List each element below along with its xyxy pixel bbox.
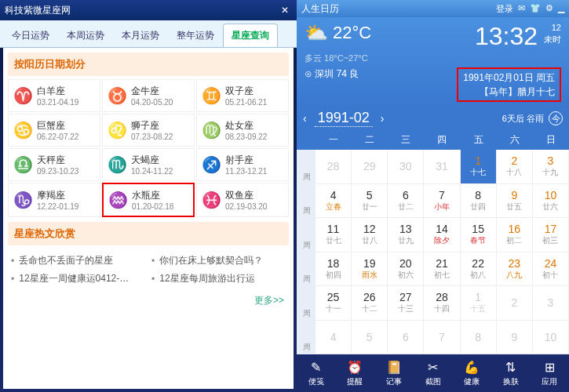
zodiac-item[interactable]: ♓双鱼座02.19-03.20: [196, 183, 289, 217]
calendar-cell[interactable]: 27十三: [388, 286, 424, 321]
calendar-cell[interactable]: 3十九: [533, 150, 569, 184]
zodiac-item[interactable]: ♎天秤座09.23-10.23: [8, 148, 100, 181]
calendar-cell[interactable]: 30: [388, 150, 424, 184]
calendar-cell[interactable]: 4立春: [316, 184, 352, 219]
bbar-便笺[interactable]: ✎便笺: [297, 354, 336, 392]
calendar-cell[interactable]: 8: [461, 321, 497, 355]
tab-0[interactable]: 今日运势: [3, 24, 58, 47]
zodiac-icon: ♉: [106, 85, 128, 107]
calendar-grid: 周282930311十七2十八3十九周4立春5廿一6廿二7小年8廿四9廿五10廿…: [297, 150, 569, 354]
calendar-cell[interactable]: 10: [533, 321, 569, 355]
calendar-cell[interactable]: 28: [316, 150, 352, 184]
calendar-cell[interactable]: 11廿七: [316, 218, 352, 252]
clock-time: 13:32: [475, 22, 538, 51]
zodiac-icon: ♐: [200, 154, 222, 176]
calendar-cell[interactable]: 17初三: [533, 218, 569, 252]
min-icon[interactable]: ▁: [558, 3, 564, 15]
calendar-cell[interactable]: 15春节: [461, 218, 497, 252]
zodiac-icon: ♏: [106, 154, 128, 176]
month-bar: ‹ 1991-02 › 6天后 谷雨 今: [297, 107, 569, 130]
zodiac-item[interactable]: ♍处女座08.23-09.22: [196, 114, 289, 147]
calendar-cell[interactable]: 24初十: [533, 252, 569, 287]
calendar-cell[interactable]: 4: [316, 321, 352, 355]
month-year[interactable]: 1991-02: [315, 110, 373, 127]
titlebar-icons: 登录 ✉ 👕 ⚙ ▁: [496, 3, 564, 15]
calendar-cell[interactable]: 9廿五: [497, 184, 533, 219]
calendar-cell[interactable]: 28十四: [424, 286, 460, 321]
bbar-记事[interactable]: 📔记事: [374, 354, 414, 392]
zodiac-icon: ♓: [200, 189, 222, 211]
calendar-cell[interactable]: 20初六: [388, 252, 424, 287]
tab-4[interactable]: 星座查询: [223, 24, 278, 47]
calendar-cell[interactable]: 26十二: [352, 286, 388, 321]
calendar-cell[interactable]: 7小年: [424, 184, 460, 219]
calendar-cell[interactable]: 12廿八: [352, 218, 388, 252]
calendar-cell[interactable]: 10廿六: [533, 184, 569, 219]
bottom-bar: ✎便笺⏰提醒📔记事✂截图💪健康⇅换肤⊞应用: [297, 354, 569, 392]
location[interactable]: 深圳 74 良: [305, 67, 359, 102]
calendar-cell[interactable]: 16初二: [497, 218, 533, 252]
zodiac-grid: ♈白羊座03.21-04.19♉金牛座04.20-05.20♊双子座05.21-…: [8, 79, 289, 217]
tab-2[interactable]: 本月运势: [113, 24, 168, 47]
zodiac-item[interactable]: ♒水瓶座01.20-02.18: [102, 183, 195, 217]
tab-3[interactable]: 整年运势: [168, 24, 223, 47]
zodiac-item[interactable]: ♏天蝎座10.24-11.22: [102, 148, 195, 181]
more-link[interactable]: 更多>>: [8, 291, 289, 310]
right-titlebar: 人生日历 登录 ✉ 👕 ⚙ ▁: [297, 0, 569, 17]
zodiac-icon: ♎: [12, 154, 34, 176]
next-month-icon[interactable]: ›: [381, 112, 385, 125]
article-link[interactable]: 12星座每周旅游出行运: [148, 270, 289, 288]
calendar-cell[interactable]: 21初七: [424, 252, 460, 287]
gear-icon[interactable]: ⚙: [545, 3, 553, 15]
shirt-icon[interactable]: 👕: [530, 3, 541, 15]
calendar-cell[interactable]: 14除夕: [424, 218, 460, 252]
msg-icon[interactable]: ✉: [518, 3, 525, 15]
calendar-cell[interactable]: 29: [352, 150, 388, 184]
calendar-cell[interactable]: 2: [497, 286, 533, 321]
calendar-cell[interactable]: 18初四: [316, 252, 352, 287]
article-link[interactable]: 丢命也不丢面子的星座: [8, 252, 148, 270]
bbar-提醒[interactable]: ⏰提醒: [336, 354, 375, 392]
bbar-健康[interactable]: 💪健康: [452, 354, 491, 392]
close-icon[interactable]: ✕: [278, 5, 292, 16]
left-body: 按阳历日期划分 ♈白羊座03.21-04.19♉金牛座04.20-05.20♊双…: [3, 48, 294, 389]
calendar-cell[interactable]: 13廿九: [388, 218, 424, 252]
prev-month-icon[interactable]: ‹: [303, 112, 307, 125]
calendar-cell[interactable]: 23八九: [497, 252, 533, 287]
calendar-cell[interactable]: 9: [497, 321, 533, 355]
zodiac-item[interactable]: ♐射手座11.23-12.21: [196, 148, 289, 181]
zodiac-item[interactable]: ♊双子座05.21-06.21: [196, 79, 289, 112]
today-button[interactable]: 今: [549, 111, 563, 125]
calendar-cell[interactable]: 3: [533, 286, 569, 321]
article-link[interactable]: 12星座一周健康运0412-…: [8, 270, 148, 288]
calendar-cell[interactable]: 2十八: [497, 150, 533, 184]
calendar-cell[interactable]: 6: [388, 321, 424, 355]
calendar-cell[interactable]: 5廿一: [352, 184, 388, 219]
zodiac-icon: ♌: [106, 119, 128, 141]
calendar-cell[interactable]: 31: [424, 150, 460, 184]
zodiac-item[interactable]: ♌狮子座07.23-08.22: [102, 114, 195, 147]
date-box: 1991年02月01日 周五 【马年】腊月十七: [457, 67, 561, 102]
calendar-cell[interactable]: 22初八: [461, 252, 497, 287]
bbar-截图[interactable]: ✂截图: [414, 354, 453, 392]
login-link[interactable]: 登录: [496, 3, 513, 15]
weekday-header: 一二三四五六日: [297, 130, 569, 150]
zodiac-panel: 科技紫微星座网 ✕ 今日运势本周运势本月运势整年运势星座查询 按阳历日期划分 ♈…: [0, 0, 297, 392]
zodiac-icon: ♋: [12, 119, 34, 141]
zodiac-item[interactable]: ♈白羊座03.21-04.19: [8, 79, 100, 112]
calendar-cell[interactable]: 1十七: [461, 150, 497, 184]
calendar-cell[interactable]: 5: [352, 321, 388, 355]
zodiac-item[interactable]: ♑摩羯座12.22-01.19: [8, 183, 100, 217]
article-link[interactable]: 你们在床上够默契合吗？: [148, 252, 289, 270]
bbar-应用[interactable]: ⊞应用: [530, 354, 569, 392]
tab-1[interactable]: 本周运势: [58, 24, 113, 47]
zodiac-item[interactable]: ♋巨蟹座06.22-07.22: [8, 114, 100, 147]
calendar-cell[interactable]: 6廿二: [388, 184, 424, 219]
zodiac-item[interactable]: ♉金牛座04.20-05.20: [102, 79, 195, 112]
calendar-cell[interactable]: 1十五: [461, 286, 497, 321]
calendar-cell[interactable]: 7: [424, 321, 460, 355]
calendar-cell[interactable]: 25十一: [316, 286, 352, 321]
calendar-cell[interactable]: 19雨水: [352, 252, 388, 287]
calendar-cell[interactable]: 8廿四: [461, 184, 497, 219]
bbar-换肤[interactable]: ⇅换肤: [491, 354, 531, 392]
